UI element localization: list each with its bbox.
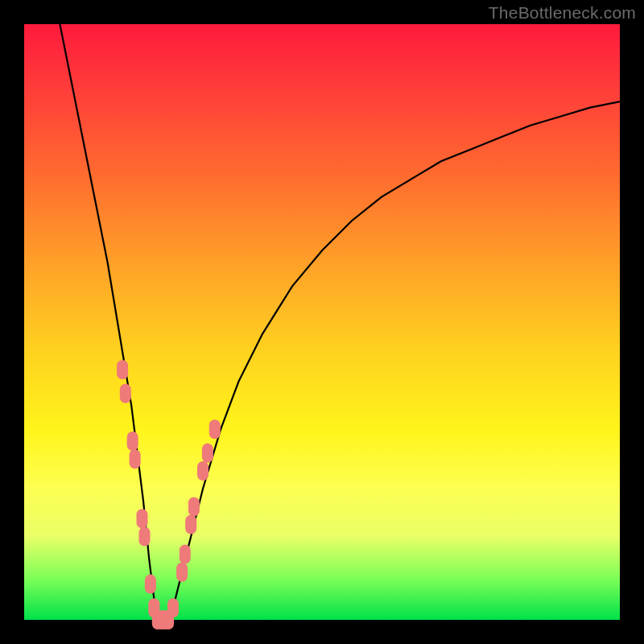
watermark-text: TheBottleneck.com: [489, 3, 636, 23]
highlight-dot: [167, 598, 179, 617]
highlight-dot: [202, 444, 213, 463]
highlight-dot: [209, 419, 221, 439]
highlight-dot: [139, 526, 151, 546]
highlight-dot: [120, 384, 131, 403]
highlight-dot: [145, 575, 156, 594]
highlight-dot: [137, 509, 148, 528]
highlight-dot: [117, 360, 128, 379]
plot-area: [24, 24, 620, 620]
highlight-dot: [188, 497, 200, 516]
highlight-dot: [130, 449, 141, 469]
highlight-dot: [176, 563, 188, 582]
chart-frame: TheBottleneck.com: [0, 0, 644, 644]
highlight-dots: [117, 360, 221, 630]
highlight-dot: [185, 515, 196, 535]
highlight-dot: [180, 545, 191, 564]
curve-layer: [24, 24, 620, 620]
highlight-dot: [197, 461, 208, 481]
highlight-dot: [127, 431, 138, 451]
